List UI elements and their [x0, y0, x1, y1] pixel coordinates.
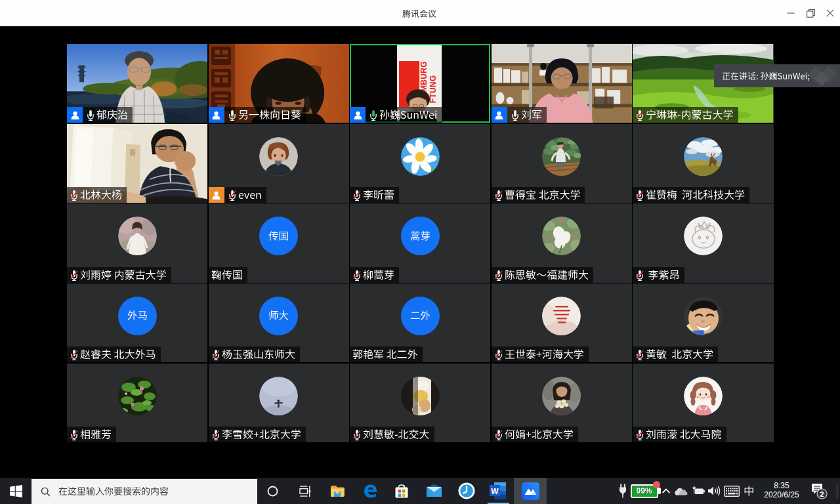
svg-text:FTUNG: FTUNG [429, 75, 438, 103]
svg-text:W: W [491, 487, 499, 496]
svg-text:2: 2 [820, 490, 824, 498]
